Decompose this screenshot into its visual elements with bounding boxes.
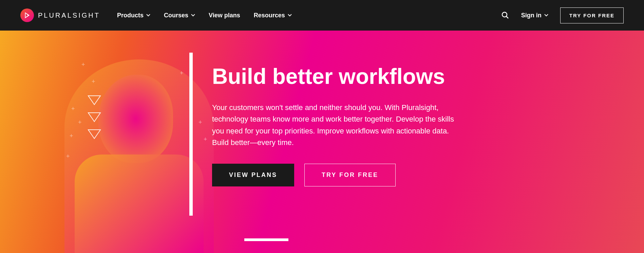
- plus-icon: +: [198, 119, 202, 126]
- nav-courses[interactable]: Courses: [164, 12, 195, 19]
- nav-label: View plans: [209, 12, 240, 19]
- logo-icon: [20, 8, 34, 22]
- chevron-down-icon: [288, 13, 292, 17]
- chevron-down-icon: [146, 13, 150, 17]
- chevron-down-icon: [544, 13, 548, 17]
- try-free-hero-button[interactable]: TRY FOR FREE: [304, 164, 396, 186]
- nav-resources[interactable]: Resources: [254, 12, 292, 19]
- plus-icon: +: [71, 105, 75, 112]
- logo[interactable]: PLURALSIGHT: [20, 8, 100, 22]
- plus-icon: +: [70, 132, 73, 140]
- logo-text: PLURALSIGHT: [38, 12, 100, 19]
- view-plans-button[interactable]: VIEW PLANS: [212, 164, 294, 186]
- hero-title: Build better workflows: [212, 65, 460, 88]
- plus-icon: +: [78, 119, 82, 126]
- plus-icon: +: [180, 70, 184, 77]
- svg-point-0: [502, 12, 507, 17]
- chevron-down-icon: [191, 13, 195, 17]
- nav-view-plans[interactable]: View plans: [209, 12, 240, 19]
- plus-icon: +: [81, 61, 85, 68]
- signin-label: Sign in: [521, 12, 542, 19]
- plus-icon: +: [66, 153, 70, 160]
- triangle-icon: [88, 95, 101, 105]
- signin-link[interactable]: Sign in: [521, 12, 548, 19]
- site-header: PLURALSIGHT Products Courses View plans …: [0, 0, 644, 31]
- nav-label: Courses: [164, 12, 188, 19]
- main-nav: Products Courses View plans Resources: [117, 12, 501, 19]
- hero-section: + + + + + + + + + + + Build better workf…: [0, 31, 644, 253]
- decorative-hline: [244, 238, 288, 241]
- hero-buttons: VIEW PLANS TRY FOR FREE: [212, 164, 460, 186]
- svg-line-1: [506, 16, 508, 18]
- decorative-vline: [189, 53, 193, 216]
- header-right: Sign in TRY FOR FREE: [501, 7, 624, 23]
- try-free-button[interactable]: TRY FOR FREE: [560, 7, 624, 23]
- nav-label: Resources: [254, 12, 285, 19]
- plus-icon: +: [204, 136, 207, 143]
- nav-label: Products: [117, 12, 144, 19]
- nav-products[interactable]: Products: [117, 12, 150, 19]
- plus-icon: +: [92, 78, 95, 85]
- search-icon[interactable]: [501, 11, 509, 19]
- hero-content: Build better workflows Your customers wo…: [212, 65, 460, 186]
- hero-description: Your customers won't settle and neither …: [212, 102, 460, 148]
- triangle-icon: [88, 112, 101, 122]
- triangle-icon: [88, 129, 101, 139]
